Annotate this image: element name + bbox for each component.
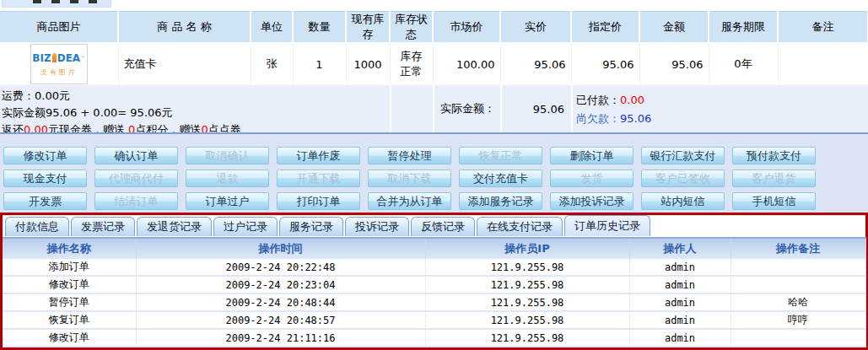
tab-online-payment-records[interactable]: 在线支付记录 [477,217,563,236]
merge-as-sub-order-button[interactable]: 合并为从订单 [368,192,451,210]
operator-ip: 121.9.255.98 [425,329,629,347]
cancel-download-button: 取消下载 [368,170,451,187]
history-row: 修改订单 2009-2-24 21:11:16 121.9.255.98 adm… [3,329,865,347]
add-service-record-button[interactable]: 添加服务记录 [459,192,542,210]
col-header-product-name: 商 品 名 称 [118,12,251,44]
product-stock-status: 库存正常 [390,43,433,85]
actual-amount-label: 实际金额： [434,85,495,132]
operator-ip: 121.9.255.98 [425,311,629,329]
tab-order-history-records[interactable]: 订单历史记录 [564,215,650,236]
history-row: 修改订单 2009-2-24 20:23:04 121.9.255.98 adm… [3,276,865,293]
operation-remark [731,276,865,293]
cropped-title-tab [2,0,111,8]
summary-separator [500,85,502,132]
add-complaint-record-button[interactable]: 添加投诉记录 [550,192,633,210]
record-tabs: 付款信息 发票记录 发退货记录 过户记录 服务记录 投诉记录 反馈记录 在线支付… [3,216,865,236]
tab-shipment-return-records[interactable]: 发退货记录 [137,217,212,236]
product-stock: 1000 [346,43,390,85]
history-row: 恢复订单 2009-2-24 20:48:57 121.9.255.98 adm… [3,311,865,329]
tab-invoice-records[interactable]: 发票记录 [71,217,135,236]
operator: admin [629,276,731,293]
operation-remark: 哈哈 [731,293,865,311]
deliver-recharge-card-button[interactable]: 交付充值卡 [459,170,542,187]
operation-time: 2009-2-24 20:48:57 [136,311,425,329]
order-summary-section: 运费：0.00元 实际金额95.06 + 0.00= 95.06元 返还0.00… [0,85,868,132]
summary-separator [390,85,391,132]
operation-time: 2009-2-24 20:23:04 [136,276,425,293]
col-header-product-image: 商品图片 [0,12,118,44]
col-header-assigned-price: 指定价 [571,12,639,44]
product-remark [778,43,868,85]
agent-pay-button: 代理商代付 [94,170,178,187]
operator-ip: 121.9.255.98 [425,259,629,276]
history-row: 添加订单 2009-2-24 20:22:48 121.9.255.98 adm… [3,259,865,276]
paid-line: 已付款：0.00 [576,91,651,110]
order-detail-page: 商品图片 商 品 名 称 单位 数量 现有库存 库存状态 市场价 实价 指定价 … [0,0,868,350]
operation-time: 2009-2-24 20:22:48 [136,259,425,276]
cash-pay-button[interactable]: 现金支付 [3,170,87,187]
transfer-order-button[interactable]: 订单过户 [186,192,269,210]
operation-remark [731,329,865,347]
delete-order-button[interactable]: 删除订单 [550,147,633,164]
top-strip [0,0,868,11]
product-unit: 张 [251,43,293,85]
modify-order-button[interactable]: 修改订单 [3,147,87,164]
col-header-real-price: 实价 [500,12,571,44]
col-header-stock: 现有库存 [346,12,390,44]
col-header-market-price: 市场价 [433,12,500,44]
summary-separator [571,85,573,132]
shipping-fee-line: 运费：0.00元 [2,88,241,105]
payment-status-block: 已付款：0.00 尚欠款：95.06 [576,91,651,128]
resume-order-button: 恢复正常 [459,147,542,164]
cancel-confirm-button: 取消确认 [186,147,269,164]
tab-payment-info[interactable]: 付款信息 [5,217,69,236]
cropped-text-fragment [33,0,41,3]
operator: admin [629,293,731,311]
tab-complaint-records[interactable]: 投诉记录 [345,217,409,236]
site-message-button[interactable]: 站内短信 [641,192,725,210]
col-header-stock-status: 库存状态 [390,12,433,44]
suspend-order-button[interactable]: 暂停处理 [368,147,451,164]
operation-name: 暂停订单 [3,293,136,311]
col-header-unit: 单位 [251,12,293,44]
records-panel: 付款信息 发票记录 发退货记录 过户记录 服务记录 投诉记录 反馈记录 在线支付… [0,213,868,350]
product-real-price: 95.06 [500,43,571,85]
col-header-operation-remark: 操作备注 [731,238,865,259]
no-image-text: 没有图片 [40,67,78,77]
owed-line: 尚欠款：95.06 [576,110,651,128]
col-header-operator: 操作人 [629,238,731,259]
col-header-operation-time: 操作时间 [136,238,425,259]
logo-person-icon [52,53,57,62]
col-header-quantity: 数量 [293,12,346,44]
paid-value: 0.00 [620,94,644,106]
prepaid-pay-button[interactable]: 预付款支付 [732,147,816,164]
operator: admin [629,259,731,276]
print-order-button[interactable]: 打印订单 [277,192,360,210]
issue-invoice-button[interactable]: 开发票 [3,192,87,210]
operator-ip: 121.9.255.98 [425,293,629,311]
cropped-text-fragment [89,0,97,3]
col-header-operation-name: 操作名称 [3,238,136,259]
bank-transfer-pay-button[interactable]: 银行汇款支付 [641,147,725,164]
settle-order-button: 结清订单 [94,192,178,210]
operation-time: 2009-2-24 21:11:16 [136,329,425,347]
operator: admin [629,329,731,347]
product-market-price: 100.00 [433,43,500,85]
enable-download-button: 开通下载 [277,170,360,187]
owed-value: 95.06 [620,112,651,125]
product-row: BIZDEA™ 没有图片 充值卡 张 1 1000 库存正常 100.00 95… [0,43,868,85]
tab-service-records[interactable]: 服务记录 [279,217,343,236]
operation-name: 修改订单 [3,329,136,347]
refund-button: 退款 [186,170,269,187]
product-image-cell: BIZDEA™ 没有图片 [0,43,118,85]
customer-return-button: 客户退货 [732,170,816,187]
operation-name: 修改订单 [3,276,136,293]
cropped-text-fragment [70,0,78,3]
void-order-button[interactable]: 订单作废 [277,147,360,164]
tab-transfer-records[interactable]: 过户记录 [213,217,278,236]
sms-button[interactable]: 手机短信 [732,192,816,210]
tab-feedback-records[interactable]: 反馈记录 [411,217,475,236]
history-row: 暂停订单 2009-2-24 20:48:44 121.9.255.98 adm… [3,293,865,311]
confirm-order-button[interactable]: 确认订单 [94,147,178,164]
order-actions-toolbar: 修改订单 确认订单 取消确认 订单作废 暂停处理 恢复正常 删除订单 银行汇款支… [0,134,868,213]
